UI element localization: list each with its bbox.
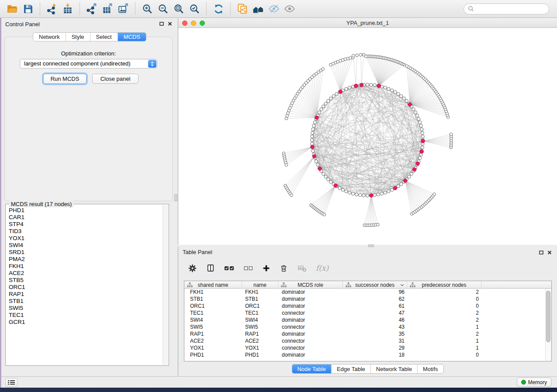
column-header-MCDS-role[interactable]: MCDS role (278, 281, 343, 289)
list-icon (8, 380, 15, 385)
zoom-out-icon[interactable] (155, 1, 171, 16)
mcds-node-item[interactable]: SWI5 (6, 305, 163, 312)
zoom-fit-icon[interactable] (171, 1, 187, 16)
mcds-node-item[interactable]: TEC1 (6, 312, 163, 319)
delete-column-icon[interactable] (280, 264, 288, 272)
sort-chevron-icon[interactable] (400, 284, 404, 286)
refresh-view-icon[interactable] (211, 1, 226, 16)
mcds-node-item[interactable]: STB1 (6, 298, 163, 305)
tab-style[interactable]: Style (66, 33, 90, 41)
tab-node-table[interactable]: Node Table (292, 364, 331, 373)
tab-edge-table[interactable]: Edge Table (331, 364, 370, 373)
mcds-result-title: MCDS result (17 nodes) (9, 201, 73, 207)
close-panel-icon[interactable] (547, 251, 552, 254)
export-network-icon[interactable] (84, 1, 100, 16)
main-toolbar (0, 0, 557, 18)
mcds-list-scrollbar[interactable] (163, 205, 168, 365)
mcds-node-item[interactable]: PMA2 (6, 256, 163, 263)
mcds-node-item[interactable]: ACE2 (6, 270, 163, 277)
table-row[interactable]: TEC1TEC1connector472 (184, 309, 551, 316)
zoom-selected-icon[interactable] (187, 1, 202, 16)
window-minimize-button[interactable] (191, 21, 196, 26)
eye-icon[interactable] (282, 1, 298, 16)
mcds-node-item[interactable]: FKH1 (6, 263, 163, 270)
tab-select[interactable]: Select (90, 33, 118, 41)
import-table-icon[interactable] (60, 1, 76, 16)
eye-slash-icon[interactable] (266, 1, 282, 16)
search-field[interactable] (464, 3, 549, 14)
function-builder-icon[interactable]: f(x) (316, 264, 329, 272)
delete-table-icon[interactable] (297, 263, 307, 273)
task-history-button[interactable] (5, 378, 17, 387)
float-panel-icon[interactable] (539, 251, 543, 254)
mcds-node-item[interactable]: ORC1 (6, 284, 163, 291)
save-session-icon[interactable] (20, 1, 36, 16)
table-row[interactable]: FKH1FKH1dominator962 (184, 289, 551, 296)
show-columns-icon[interactable] (206, 264, 215, 272)
table-row[interactable]: RAP1RAP1dominator352 (184, 330, 551, 337)
toolbar-separator (135, 3, 135, 15)
export-table-icon[interactable] (100, 1, 115, 16)
horizontal-splitter-handle[interactable] (368, 244, 374, 247)
criterion-dropdown[interactable]: largest connected component (undirected) (20, 59, 157, 69)
table-scrollbar-thumb[interactable] (546, 291, 550, 342)
table-row[interactable]: PHD1PHD1dominator180 (184, 351, 551, 358)
add-column-icon[interactable] (262, 264, 270, 272)
memory-button[interactable]: Memory (517, 378, 551, 387)
tab-network-table[interactable]: Network Table (370, 364, 417, 373)
mcds-node-item[interactable]: SRD1 (6, 249, 163, 256)
column-header-predecessor-nodes[interactable]: predecessor nodes (407, 281, 481, 289)
open-file-icon[interactable] (4, 1, 20, 16)
mcds-tab-content: Optimization criterion: largest connecte… (4, 37, 173, 201)
status-bar: Memory (1, 376, 557, 388)
column-header-successor-nodes[interactable]: successor nodes (343, 281, 407, 289)
table-row[interactable]: STB1STB1dominator620 (184, 296, 551, 303)
toolbar-separator (80, 3, 80, 15)
memory-status-icon (521, 380, 526, 385)
export-image-icon[interactable] (115, 1, 131, 16)
float-panel-icon[interactable] (159, 22, 164, 26)
mcds-node-item[interactable]: RAP1 (6, 291, 163, 298)
tab-network[interactable]: Network (33, 33, 66, 41)
table-row[interactable]: SWI5SWI5connector431 (184, 323, 551, 330)
tab-mcds[interactable]: MCDS (118, 33, 146, 41)
table-row[interactable]: ORC1ORC1dominator610 (184, 303, 551, 309)
table-row[interactable]: ACE2ACE2connector311 (184, 337, 551, 344)
column-header-shared-name[interactable]: shared name (184, 281, 242, 289)
mcds-node-item[interactable]: STB5 (6, 277, 163, 284)
clone-network-icon[interactable] (235, 1, 250, 16)
mcds-node-item[interactable]: TID3 (6, 228, 163, 235)
close-panel-icon[interactable] (168, 22, 172, 26)
column-header-name[interactable]: name (242, 281, 278, 289)
zoom-in-icon[interactable] (139, 1, 155, 16)
window-close-button[interactable] (182, 21, 187, 26)
select-all-checkboxes-icon[interactable] (224, 265, 235, 272)
network-graph[interactable] (178, 28, 557, 244)
memory-button-label: Memory (528, 379, 547, 385)
settings-gear-icon[interactable] (188, 264, 197, 273)
run-mcds-button[interactable]: Run MCDS (43, 74, 86, 84)
table-scrollbar[interactable] (545, 289, 551, 361)
houses-icon[interactable] (250, 1, 266, 16)
table-row[interactable]: SWI4SWI4dominator462 (184, 316, 551, 323)
table-panel-title: Table Panel (183, 249, 212, 255)
mcds-node-item[interactable]: CAR1 (6, 214, 163, 221)
mcds-node-item[interactable]: SWI4 (6, 242, 163, 249)
search-icon (468, 6, 474, 12)
dropdown-stepper-icon (148, 60, 156, 68)
vertical-splitter-handle[interactable] (174, 194, 177, 201)
deselect-all-checkboxes-icon[interactable] (244, 265, 253, 271)
import-network-icon[interactable] (44, 1, 60, 16)
close-panel-button[interactable]: Close panel (92, 74, 138, 84)
table-row[interactable]: YOX1YOX1connector291 (184, 344, 551, 351)
search-input[interactable] (476, 5, 546, 12)
mcds-node-item[interactable]: PHD1 (6, 207, 163, 214)
tab-motifs[interactable]: Motifs (417, 364, 443, 373)
window-zoom-button[interactable] (200, 21, 205, 26)
mcds-node-item[interactable]: STP4 (6, 221, 163, 228)
mcds-node-item[interactable]: GCR1 (6, 319, 163, 326)
mcds-result-list[interactable]: PHD1CAR1STP4TID3YOX1SWI4SRD1PMA2FKH1ACE2… (6, 207, 163, 364)
mcds-node-item[interactable]: YOX1 (6, 235, 163, 242)
table-body: FKH1FKH1dominator962STB1STB1dominator620… (184, 289, 551, 358)
network-window-titlebar[interactable]: YPA_prune.txt_1 (178, 18, 557, 28)
